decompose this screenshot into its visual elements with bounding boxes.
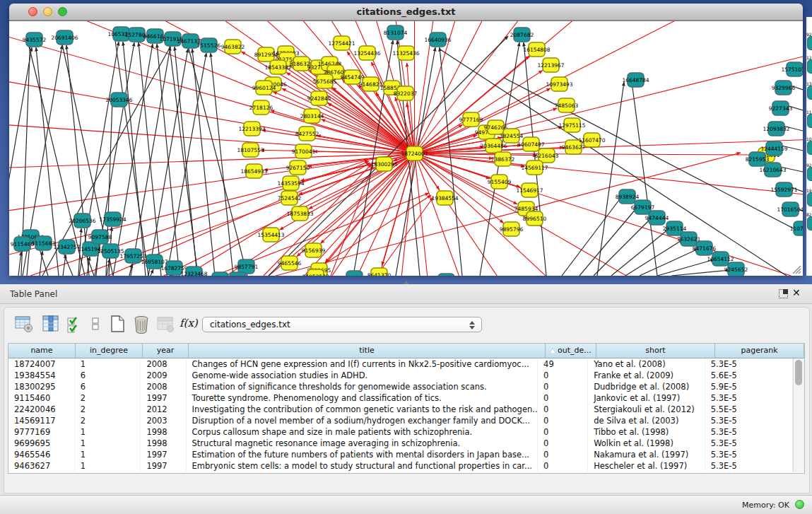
table-cell[interactable]: Stergiakouli et al. (2012) — [588, 404, 705, 415]
network-canvas[interactable]: 1872400718300295193845549777169949756897… — [9, 21, 803, 276]
table-cell[interactable]: 9463627 — [8, 460, 75, 472]
table-cell[interactable]: 0 — [538, 381, 588, 392]
table-cell[interactable]: 9777169 — [8, 426, 75, 438]
float-panel-icon[interactable] — [779, 289, 788, 298]
table-cell[interactable]: 2008 — [141, 358, 186, 370]
table-row[interactable]: 946554611997Estimation of the future num… — [8, 449, 793, 460]
table-cell[interactable]: 0 — [538, 415, 588, 426]
table-cell[interactable]: Franke et al. (2009) — [588, 370, 705, 381]
table-cell[interactable]: 5.3E-5 — [705, 460, 793, 472]
network-view-window[interactable]: citations_edges.txt 18724007183002951938… — [9, 4, 803, 274]
column-header-short[interactable]: short — [596, 344, 715, 358]
table-cell[interactable]: 19384554 — [8, 370, 75, 381]
window-titlebar[interactable]: citations_edges.txt — [9, 4, 803, 21]
panel-splitter-handle[interactable] — [402, 281, 411, 284]
table-cell[interactable]: 5.3E-5 — [705, 358, 793, 370]
table-cell[interactable]: Estimation of the future numbers of pati… — [187, 449, 539, 460]
table-cell[interactable]: 6 — [75, 381, 141, 392]
resize-grip-icon[interactable] — [789, 263, 801, 274]
table-cell[interactable]: Corpus callosum shape and size in male p… — [187, 426, 539, 438]
citation-network-graph[interactable]: 1872400718300295193845549777169949756897… — [9, 21, 803, 276]
graph-node[interactable] — [212, 272, 228, 276]
table-scrollbar-thumb[interactable] — [795, 360, 802, 385]
trash-icon[interactable] — [131, 314, 151, 334]
table-cell[interactable]: Wolkin et al. (1998) — [588, 438, 705, 449]
table-cell[interactable]: 0 — [538, 392, 588, 404]
row-checklist-icon[interactable] — [65, 314, 85, 334]
table-row[interactable]: 2242004622012Investigating the contribut… — [8, 404, 793, 415]
table-cell[interactable]: 2 — [75, 392, 141, 404]
column-header-pagerank[interactable]: pagerank — [715, 344, 804, 358]
table-row[interactable]: 977716911998Corpus callosum shape and si… — [8, 426, 793, 438]
table-cell[interactable]: 5.3E-5 — [705, 415, 793, 426]
table-cell[interactable]: 5.3E-5 — [705, 438, 793, 449]
table-cell[interactable]: 18724007 — [8, 358, 75, 370]
table-cell[interactable]: 9115460 — [8, 392, 75, 404]
table-cell[interactable]: 0 — [538, 404, 588, 415]
table-cell[interactable]: Tibbo et al. (1998) — [588, 426, 705, 438]
table-cell[interactable]: Nakamura et al. (1997) — [588, 449, 705, 460]
table-cell[interactable]: 5.6E-5 — [705, 370, 793, 381]
table-cell[interactable]: 0 — [538, 426, 588, 438]
table-source-dropdown[interactable]: citations_edges.txt — [202, 317, 482, 332]
table-cell[interactable]: Hescheler et al. (1997) — [588, 460, 705, 472]
table-cell[interactable]: Embryonic stem cells: a model to study s… — [187, 460, 539, 472]
graph-node[interactable] — [438, 274, 454, 276]
table-row[interactable]: 1830029562008Estimation of significance … — [8, 381, 793, 392]
table-cell[interactable]: Estimation of significance thresholds fo… — [187, 381, 539, 392]
new-document-icon[interactable] — [107, 314, 127, 334]
table-cell[interactable]: 0 — [538, 449, 588, 460]
table-cell[interactable]: 22420046 — [8, 404, 75, 415]
rows-icon[interactable] — [86, 314, 106, 334]
table-cell[interactable]: 18300295 — [8, 381, 75, 392]
table-cell[interactable]: 2 — [75, 404, 141, 415]
table-cell[interactable]: 1998 — [141, 426, 186, 438]
table-header-row[interactable]: namein_degreeyeartitleout_de...shortpage… — [8, 344, 804, 358]
table-cell[interactable]: Structural magnetic resonance image aver… — [187, 438, 539, 449]
column-header-year[interactable]: year — [143, 344, 189, 358]
table-cell[interactable]: 1997 — [141, 392, 186, 404]
table-cell[interactable]: 2008 — [141, 381, 186, 392]
table-cell[interactable]: 9699695 — [8, 438, 75, 449]
table-cell[interactable]: 2 — [75, 415, 141, 426]
table-row[interactable]: 1872400712008Changes of HCN gene express… — [8, 358, 793, 370]
table-cell[interactable]: 5.5E-5 — [705, 404, 793, 415]
table-body[interactable]: 1872400712008Changes of HCN gene express… — [8, 358, 793, 472]
table-scrollbar[interactable] — [793, 358, 804, 472]
table-cell[interactable]: 5.9E-5 — [705, 381, 793, 392]
table-cell[interactable]: de Silva et al. (2003) — [588, 415, 705, 426]
table-cell[interactable]: Tourette syndrome. Phenomenology and cla… — [187, 392, 539, 404]
table-cell[interactable]: 14569117 — [8, 415, 75, 426]
table-cell[interactable]: 1998 — [141, 438, 186, 449]
table-cell[interactable]: 1997 — [141, 460, 186, 472]
table-cell[interactable]: Genome-wide association studies in ADHD. — [187, 370, 539, 381]
table-columns-icon[interactable] — [41, 314, 61, 334]
table-cell[interactable]: 1 — [75, 358, 141, 370]
table-cell[interactable]: 0 — [538, 438, 588, 449]
table-cell[interactable]: Disruption of a novel member of a sodium… — [187, 415, 539, 426]
table-cell[interactable]: 2003 — [141, 415, 186, 426]
table-cell[interactable]: 1 — [75, 426, 141, 438]
graph-node[interactable] — [230, 272, 246, 276]
table-cell[interactable]: 9465546 — [8, 449, 75, 460]
table-cell[interactable]: 2009 — [141, 370, 186, 381]
table-cell[interactable]: Changes of HCN gene expression and I(f) … — [187, 358, 539, 370]
table-row[interactable]: 911546021997Tourette syndrome. Phenomeno… — [8, 392, 793, 404]
table-cell[interactable]: Investigating the contribution of common… — [187, 404, 539, 415]
table-cell[interactable]: 49 — [538, 358, 588, 370]
column-header-title[interactable]: title — [189, 344, 546, 358]
table-cell[interactable]: 1 — [75, 449, 141, 460]
table-cell[interactable]: Yano et al. (2008) — [588, 358, 705, 370]
table-cell[interactable]: 6 — [75, 370, 141, 381]
table-row[interactable]: 969969511998Structural magnetic resonanc… — [8, 438, 793, 449]
table-cell[interactable]: 5.3E-5 — [705, 449, 793, 460]
table-cell[interactable]: 2012 — [141, 404, 186, 415]
table-cell[interactable]: 5.3E-5 — [705, 426, 793, 438]
column-header-out_de[interactable]: out_de... — [546, 344, 596, 358]
close-panel-icon[interactable]: ✕ — [792, 287, 801, 298]
table-cell[interactable]: 1997 — [141, 449, 186, 460]
table-cell[interactable]: 0 — [538, 370, 588, 381]
table-cell[interactable]: Jankovic et al. (1997) — [588, 392, 705, 404]
column-header-name[interactable]: name — [8, 344, 76, 358]
column-header-in_degree[interactable]: in_degree — [76, 344, 143, 358]
